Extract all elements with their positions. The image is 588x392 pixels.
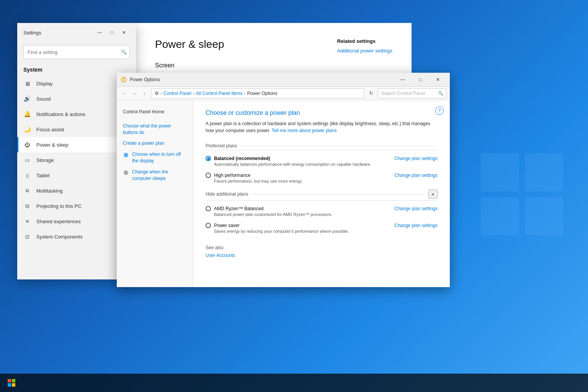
sidebar-item-label: Power & sleep	[36, 142, 69, 148]
multitasking-icon: ⧉	[23, 187, 31, 194]
focus-icon: 🌙	[23, 126, 31, 133]
balanced-change-link[interactable]: Change plan settings	[394, 156, 438, 161]
back-button[interactable]: ←	[120, 89, 129, 98]
hide-plans-section: Hide additional plans ∧	[206, 189, 438, 201]
sidebar-create-plan[interactable]: Create a power plan	[117, 138, 193, 149]
sidebar-item-label: Projecting to this PC	[36, 203, 82, 209]
breadcrumb: ⚙ › Control Panel › All Control Panel It…	[151, 88, 364, 98]
search-input[interactable]	[23, 45, 130, 59]
amd-plan-label[interactable]: AMD Ryzen™ Balanced	[206, 206, 263, 211]
user-accounts-link[interactable]: User Accounts	[206, 253, 438, 258]
svg-rect-3	[12, 383, 15, 387]
power-options-main: ? Choose or customize a power plan A pow…	[193, 100, 450, 287]
amd-plan-desc: Balanced power plan customized for AMD R…	[214, 212, 438, 217]
sidebar-item-label: Shared experiences	[36, 219, 81, 224]
start-button[interactable]	[3, 374, 20, 391]
sidebar-item-label: Focus assist	[36, 127, 64, 132]
power-options-minimize[interactable]: —	[394, 74, 412, 85]
sidebar-sleep[interactable]: Change when the computer sleeps	[117, 167, 193, 184]
projecting-icon: ⊟	[23, 202, 31, 210]
svg-rect-7	[525, 197, 563, 235]
display-icon: 🖥	[23, 80, 31, 87]
svg-rect-6	[481, 197, 519, 235]
components-icon: ⊡	[23, 233, 31, 240]
tell-me-more-link[interactable]: Tell me more about power plans	[272, 128, 337, 133]
power-options-titlebar: Power Options — □ ✕	[117, 73, 450, 87]
storage-icon: ▭	[23, 156, 31, 164]
preferred-plans-section: Preferred plans	[206, 143, 438, 150]
svg-point-9	[123, 80, 124, 81]
taskbar	[0, 374, 588, 392]
breadcrumb-all-items[interactable]: All Control Panel Items	[196, 91, 243, 96]
up-button[interactable]: ↑	[140, 89, 149, 98]
high-performance-label[interactable]: High performance	[206, 173, 250, 178]
high-performance-radio[interactable]	[206, 173, 211, 178]
sidebar-item-label: Sound	[36, 96, 51, 102]
breadcrumb-power-options: Power Options	[247, 91, 278, 96]
sidebar-item-label: Tablet	[36, 173, 50, 178]
power-options-description: A power plan is a collection of hardware…	[206, 120, 438, 134]
shared-icon: ✕	[23, 217, 31, 225]
power-options-addressbar: ← → ↑ ⚙ › Control Panel › All Control Pa…	[117, 87, 450, 100]
high-performance-desc: Favors performance, but may use more ene…	[214, 179, 438, 183]
po-search-icon: 🔍	[438, 91, 443, 96]
po-search-placeholder: Search Control Panel	[381, 91, 425, 96]
display-bullet-icon	[123, 152, 129, 158]
power-options-maximize[interactable]: □	[412, 74, 429, 85]
svg-rect-5	[525, 153, 563, 191]
power-saver-plan-row: Power saver Change plan settings Saves e…	[206, 223, 438, 234]
power-saver-desc: Saves energy by reducing your computer's…	[214, 229, 438, 234]
forward-button[interactable]: →	[130, 89, 139, 98]
power-saver-radio[interactable]	[206, 223, 211, 228]
power-options-title: Power Options	[130, 77, 392, 82]
balanced-radio[interactable]	[206, 156, 211, 161]
power-options-controls: — □ ✕	[394, 74, 447, 85]
high-performance-change-link[interactable]: Change plan settings	[394, 173, 438, 178]
sidebar-power-buttons[interactable]: Choose what the power buttons do	[117, 121, 193, 138]
balanced-plan-desc: Automatically balances performance with …	[214, 162, 438, 167]
minimize-button[interactable]: —	[94, 28, 105, 37]
sidebar-item-label: Multitasking	[36, 188, 63, 194]
collapse-button[interactable]: ∧	[428, 189, 438, 199]
sidebar-turn-off-display[interactable]: Choose when to turn off the display	[117, 149, 193, 167]
related-settings-panel: Related settings Additional power settin…	[337, 38, 392, 54]
amd-change-link[interactable]: Change plan settings	[394, 206, 438, 211]
svg-point-11	[124, 170, 128, 175]
titlebar-controls: — □ ✕	[94, 28, 130, 37]
close-button[interactable]: ✕	[118, 28, 130, 37]
tablet-icon: ▯	[23, 172, 31, 179]
power-options-close[interactable]: ✕	[429, 74, 447, 85]
amd-plan-row: AMD Ryzen™ Balanced Change plan settings…	[206, 206, 438, 217]
high-performance-plan-row: High performance Change plan settings Fa…	[206, 173, 438, 183]
power-saver-change-link[interactable]: Change plan settings	[394, 223, 438, 228]
settings-title: Settings	[23, 30, 41, 36]
po-search-box: Search Control Panel 🔍	[378, 88, 447, 98]
svg-rect-2	[8, 383, 11, 387]
svg-point-10	[124, 153, 128, 157]
additional-power-settings-link[interactable]: Additional power settings	[337, 48, 392, 54]
search-box: 🔍	[23, 45, 130, 59]
power-options-heading: Choose or customize a power plan	[206, 109, 438, 116]
see-also-title: See also	[206, 245, 438, 250]
refresh-button[interactable]: ↻	[366, 89, 376, 98]
screen-section-header: Screen	[155, 62, 392, 69]
sidebar-control-panel-home[interactable]: Control Panel Home	[117, 106, 193, 118]
help-button[interactable]: ?	[435, 106, 444, 115]
power-options-window: Power Options — □ ✕ ← → ↑ ⚙ › Control Pa…	[117, 73, 450, 287]
notifications-icon: 🔔	[23, 110, 31, 118]
maximize-button[interactable]: □	[106, 28, 118, 37]
search-icon: 🔍	[121, 49, 127, 55]
amd-radio[interactable]	[206, 206, 211, 211]
windows-logo-decoration	[481, 153, 565, 239]
settings-titlebar: Settings — □ ✕	[17, 23, 136, 42]
power-options-icon	[120, 76, 127, 83]
breadcrumb-icon: ⚙	[155, 91, 159, 96]
power-icon: ⏻	[23, 141, 31, 149]
nav-buttons: ← → ↑	[120, 89, 149, 98]
breadcrumb-control-panel[interactable]: Control Panel	[163, 91, 191, 96]
power-saver-label[interactable]: Power saver	[206, 223, 240, 228]
sidebar-item-label: System Components	[36, 234, 83, 240]
sleep-bullet-icon	[123, 170, 129, 176]
svg-rect-0	[8, 379, 11, 382]
balanced-plan-label[interactable]: Balanced (recommended)	[206, 156, 270, 161]
